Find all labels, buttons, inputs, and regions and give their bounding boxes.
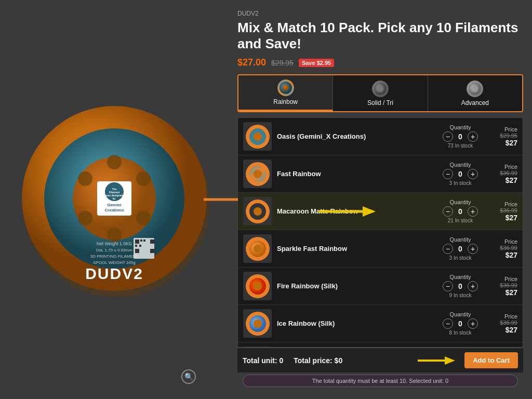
price-label-3: Price: [504, 201, 517, 207]
decrement-btn-sparkle[interactable]: −: [443, 244, 453, 254]
svg-rect-28: [139, 245, 141, 247]
svg-text:Creations: Creations: [105, 208, 124, 212]
svg-rect-27: [135, 245, 137, 247]
stock-macaroon: 21 In stock: [448, 218, 473, 223]
svg-point-5: [136, 171, 151, 186]
tab-rainbow-label: Rainbow: [273, 98, 298, 105]
quantity-section-sparkle: Quantity − 0 + 3 In stock: [437, 236, 484, 261]
price-new-sparkle: $27: [506, 251, 517, 259]
decrement-btn-fire[interactable]: −: [443, 281, 453, 291]
svg-marker-47: [363, 206, 376, 217]
price-section-oasis: Price $29.95 $27: [489, 126, 517, 147]
price-section-fire: Price $36.99 $27: [489, 276, 517, 297]
svg-text:3D PRINTING FILAMENT: 3D PRINTING FILAMENT: [90, 254, 139, 259]
tab-advanced-label: Advanced: [461, 99, 489, 107]
cart-arrow-icon: [418, 353, 459, 368]
svg-rect-30: [150, 249, 154, 253]
svg-text:was designed: was designed: [105, 194, 123, 197]
product-thumb-macaroon: [243, 197, 272, 225]
quantity-label-3: Quantity: [450, 199, 471, 205]
quantity-label-6: Quantity: [450, 311, 471, 317]
product-list: Oasis (Gemini_X Creations) Quantity − 0 …: [237, 117, 523, 348]
tab-solid-label: Solid / Tri: [367, 99, 393, 107]
product-thumb-fire: [243, 272, 272, 300]
price-section-fast-rainbow: Price $36.99 $27: [489, 164, 517, 184]
product-title: Mix & Match 10 Pack. Pick any 10 Filamen…: [237, 20, 523, 52]
quantity-controls-oasis: − 0 +: [443, 131, 478, 142]
product-row-ice: Ice Rainbow (Silk) Quantity − 0 + 8 In s…: [238, 305, 523, 342]
total-info: Total unit: 0 Total price: $0: [243, 356, 342, 365]
svg-point-56: [254, 282, 262, 290]
quantity-label-5: Quantity: [450, 274, 471, 280]
increment-btn-oasis[interactable]: +: [468, 131, 478, 142]
price-new-macaroon: $27: [506, 214, 517, 222]
svg-point-53: [254, 245, 262, 253]
save-badge: Save $2.95: [299, 59, 334, 67]
price-section-ice: Price $36.99 $27: [489, 313, 517, 334]
quantity-label-2: Quantity: [450, 162, 471, 168]
quantity-controls-sparkle: − 0 +: [443, 244, 478, 254]
price-new-fire: $27: [506, 288, 517, 297]
increment-btn-fast-rainbow[interactable]: +: [468, 169, 478, 179]
svg-text:DUDV2: DUDV2: [85, 265, 143, 282]
product-name-fast-rainbow: Fast Rainbow: [277, 170, 432, 178]
quantity-section-macaroon: Quantity − 0 + 21 In stock: [437, 199, 484, 223]
price-label-2: Price: [504, 164, 517, 170]
stock-sparkle: 3 In stock: [449, 255, 472, 261]
zoom-icon[interactable]: 🔍: [181, 369, 196, 384]
add-to-cart-button[interactable]: Add to Cart: [464, 352, 518, 368]
price-label-6: Price: [504, 313, 517, 320]
total-price-label: Total price: $0: [294, 356, 342, 365]
stock-oasis: 73 In stock: [448, 143, 473, 149]
price-original: $29.95: [271, 59, 294, 67]
decrement-btn-oasis[interactable]: −: [443, 131, 453, 142]
price-old-ice: $36.99: [500, 320, 517, 326]
product-name-sparkle: Sparkle Fast Rainbow: [277, 245, 432, 252]
quantity-controls-ice: − 0 +: [443, 318, 478, 329]
price-current: $27.00: [237, 57, 266, 68]
decrement-btn-ice[interactable]: −: [443, 318, 453, 329]
bottom-bar: Total unit: 0 Total price: $0 Add to Car…: [237, 348, 523, 373]
qty-value-oasis: 0: [456, 132, 464, 141]
tab-advanced[interactable]: Advanced: [428, 75, 522, 111]
svg-point-59: [254, 320, 262, 328]
product-name-ice: Ice Rainbow (Silk): [277, 320, 432, 327]
quantity-section-ice: Quantity − 0 + 8 In stock: [437, 311, 484, 336]
decrement-btn-macaroon[interactable]: −: [443, 206, 453, 217]
decrement-btn-fast-rainbow[interactable]: −: [443, 169, 453, 179]
svg-rect-29: [135, 249, 139, 253]
quantity-section-fast-rainbow: Quantity − 0 + 3 In stock: [437, 162, 484, 186]
qty-value-sparkle: 0: [456, 245, 464, 253]
increment-btn-fire[interactable]: +: [468, 281, 478, 291]
svg-point-9: [78, 171, 92, 186]
tab-rainbow[interactable]: Rainbow: [238, 75, 333, 111]
increment-btn-ice[interactable]: +: [468, 318, 478, 329]
svg-text:Gemini: Gemini: [107, 203, 121, 207]
product-image-section: The Filament was designed by: Gemini Cre…: [4, 5, 227, 394]
stock-fast-rainbow: 3 In stock: [449, 180, 472, 186]
svg-point-4: [107, 155, 122, 169]
svg-point-50: [254, 207, 262, 216]
product-thumb-oasis: [243, 122, 272, 151]
qty-value-ice: 0: [456, 320, 464, 328]
increment-btn-sparkle[interactable]: +: [468, 244, 478, 254]
total-unit-label: Total unit: 0: [243, 356, 283, 365]
error-bar: The total quantity must be at least 10. …: [243, 375, 518, 387]
tab-rainbow-icon: [277, 79, 294, 96]
svg-point-45: [254, 170, 262, 178]
product-name-fire: Fire Rainbow (Silk): [277, 282, 432, 290]
svg-point-6: [136, 211, 151, 225]
price-row: $27.00 $29.95 Save $2.95: [237, 57, 523, 68]
price-label: Price: [504, 126, 517, 132]
price-old-fire: $36.99: [500, 282, 517, 288]
svg-rect-25: [143, 240, 145, 242]
svg-text:by:: by:: [113, 197, 116, 200]
increment-btn-macaroon[interactable]: +: [468, 206, 478, 217]
price-old-macaroon: $36.99: [500, 207, 517, 214]
product-name-oasis: Oasis (Gemini_X Creations): [277, 132, 432, 140]
price-old-sparkle: $36.99: [500, 245, 517, 251]
tab-solid[interactable]: Solid / Tri: [333, 75, 428, 111]
price-label-4: Price: [504, 238, 517, 245]
price-section-macaroon: Price $36.99 $27: [489, 201, 517, 222]
product-thumb-fast-rainbow: [243, 159, 272, 188]
